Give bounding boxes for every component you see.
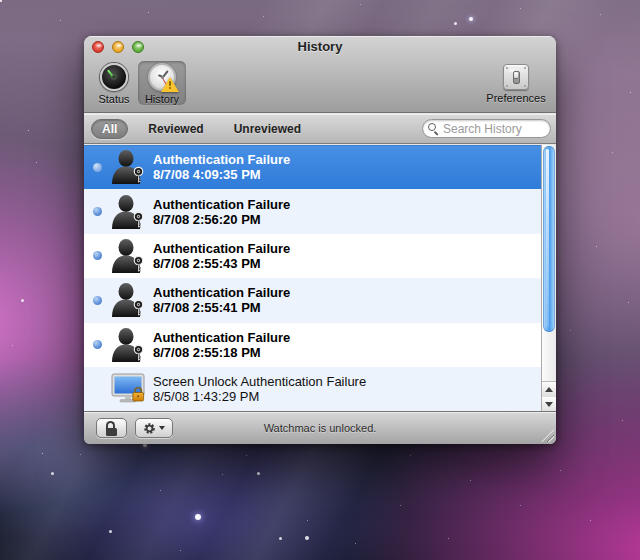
- history-row[interactable]: Authentication Failure 8/7/08 4:09:35 PM: [84, 145, 541, 189]
- warning-exclamation-dot: [169, 87, 171, 89]
- open-padlock-icon: [106, 428, 117, 436]
- vertical-scrollbar[interactable]: [541, 145, 556, 411]
- event-timestamp: 8/7/08 2:56:20 PM: [153, 212, 290, 227]
- warning-exclamation-bar: [169, 81, 171, 86]
- user-key-icon: [110, 195, 148, 229]
- history-clock-icon: [148, 63, 176, 91]
- scrollbar-arrows: [542, 381, 556, 411]
- scroll-up-button[interactable]: [542, 382, 556, 397]
- titlebar[interactable]: History: [84, 36, 556, 58]
- event-timestamp: 8/7/08 2:55:41 PM: [153, 300, 290, 315]
- history-row[interactable]: Authentication Failure 8/7/08 2:55:41 PM: [84, 278, 541, 322]
- unread-dot: [93, 340, 102, 349]
- unread-dot: [93, 251, 102, 260]
- event-text: Authentication Failure 8/7/08 2:56:20 PM: [153, 197, 290, 227]
- preferences-switch-icon: [503, 64, 529, 90]
- action-menu-button[interactable]: [135, 418, 173, 438]
- scrollbar-thumb[interactable]: [543, 146, 555, 332]
- search-input[interactable]: [422, 119, 551, 138]
- close-button[interactable]: [92, 41, 104, 53]
- status-bar: Watchmac is unlocked.: [84, 411, 556, 444]
- toolbar: Status History: [84, 58, 556, 112]
- screw-icon: [506, 85, 508, 87]
- history-list: Authentication Failure 8/7/08 4:09:35 PM: [84, 145, 556, 411]
- bright-stars-decoration: [0, 0, 2, 2]
- toolbar-history-button[interactable]: History: [138, 61, 186, 105]
- screen-lock-icon: [110, 372, 148, 406]
- event-title: Authentication Failure: [153, 152, 290, 167]
- filter-unreviewed-button[interactable]: Unreviewed: [224, 120, 311, 138]
- history-row[interactable]: Screen Unlock Authentication Failure 8/5…: [84, 367, 541, 411]
- event-timestamp: 8/7/08 2:55:18 PM: [153, 345, 290, 360]
- filter-bar: All Reviewed Unreviewed: [84, 114, 556, 144]
- filter-reviewed-button[interactable]: Reviewed: [138, 120, 213, 138]
- gear-icon: [143, 422, 156, 435]
- event-title: Screen Unlock Authentication Failure: [153, 374, 366, 389]
- zoom-button[interactable]: [132, 41, 144, 53]
- gauge-hub: [112, 75, 116, 79]
- event-title: Authentication Failure: [153, 285, 290, 300]
- event-text: Authentication Failure 8/7/08 4:09:35 PM: [153, 152, 290, 182]
- history-row[interactable]: Authentication Failure 8/7/08 2:55:43 PM: [84, 234, 541, 278]
- filter-all-button[interactable]: All: [91, 119, 128, 139]
- history-row[interactable]: Authentication Failure 8/7/08 2:56:20 PM: [84, 189, 541, 233]
- window-chrome: History Status: [84, 36, 556, 113]
- resize-grip[interactable]: [541, 429, 554, 442]
- history-window: History Status: [84, 36, 556, 444]
- toolbar-status-label: Status: [98, 93, 129, 105]
- user-key-icon: [110, 283, 148, 317]
- search-field: [422, 119, 551, 139]
- switch-toggle: [513, 71, 520, 84]
- desktop-wallpaper: History Status: [0, 0, 640, 560]
- arrow-down-icon: [545, 402, 553, 407]
- arrow-up-icon: [545, 387, 553, 392]
- user-key-icon: [110, 150, 148, 184]
- event-timestamp: 8/7/08 2:55:43 PM: [153, 256, 290, 271]
- event-timestamp: 8/5/08 1:43:29 PM: [153, 389, 366, 404]
- unread-dot: [93, 207, 102, 216]
- event-title: Authentication Failure: [153, 330, 290, 345]
- screw-icon: [524, 67, 526, 69]
- traffic-lights: [92, 41, 144, 53]
- lock-button[interactable]: [96, 418, 127, 438]
- screw-icon: [506, 67, 508, 69]
- toolbar-history-label: History: [145, 93, 179, 105]
- history-row[interactable]: Authentication Failure 8/7/08 2:55:18 PM: [84, 323, 541, 367]
- event-title: Authentication Failure: [153, 241, 290, 256]
- minimize-button[interactable]: [112, 41, 124, 53]
- history-rows: Authentication Failure 8/7/08 4:09:35 PM: [84, 145, 541, 411]
- event-text: Authentication Failure 8/7/08 2:55:18 PM: [153, 330, 290, 360]
- toolbar-preferences-button[interactable]: Preferences: [478, 61, 554, 104]
- user-key-icon: [110, 239, 148, 273]
- unread-dot: [93, 163, 102, 172]
- search-icon: [428, 123, 436, 131]
- toolbar-status-button[interactable]: Status: [90, 61, 138, 105]
- user-key-icon: [110, 328, 148, 362]
- screw-icon: [524, 85, 526, 87]
- window-title: History: [84, 36, 556, 58]
- event-text: Authentication Failure 8/7/08 2:55:41 PM: [153, 285, 290, 315]
- unread-dot: [93, 296, 102, 305]
- event-title: Authentication Failure: [153, 197, 290, 212]
- toolbar-preferences-label: Preferences: [486, 92, 545, 104]
- scroll-down-button[interactable]: [542, 397, 556, 412]
- event-text: Screen Unlock Authentication Failure 8/5…: [153, 374, 366, 404]
- chevron-down-icon: [159, 426, 165, 430]
- event-timestamp: 8/7/08 4:09:35 PM: [153, 167, 290, 182]
- status-gauge-icon: [100, 63, 128, 91]
- event-text: Authentication Failure 8/7/08 2:55:43 PM: [153, 241, 290, 271]
